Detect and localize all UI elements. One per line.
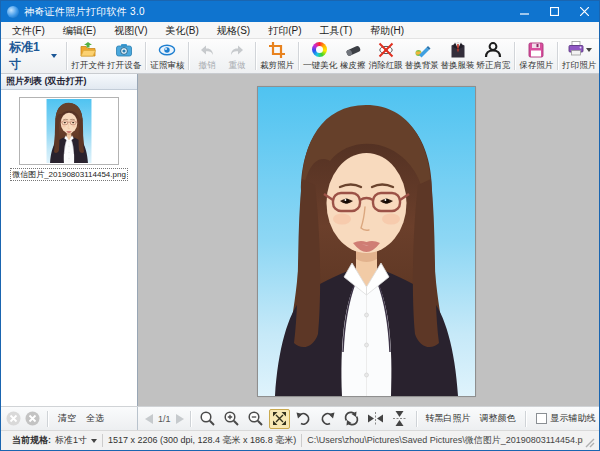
rotate-right-button[interactable] [317, 409, 338, 429]
menu-print[interactable]: 打印(P) [259, 22, 310, 39]
menu-edit[interactable]: 编辑(E) [54, 22, 105, 39]
menu-bar: 文件(F) 编辑(E) 视图(V) 美化(B) 规格(S) 打印(P) 工具(T… [1, 22, 599, 39]
zoom-out-button[interactable] [245, 409, 266, 429]
page-indicator: 1/1 [158, 414, 171, 424]
prev-page-button[interactable] [145, 414, 153, 424]
replace-clothes-button[interactable]: 替换服装 [440, 40, 476, 73]
crop-photo-label: 裁剪照片 [260, 60, 294, 72]
zoom-tool-button[interactable] [197, 409, 218, 429]
eye-icon [158, 41, 176, 59]
replace-clothes-label: 替换服装 [441, 60, 475, 72]
toolbar-separator [255, 42, 256, 70]
remove-photo-icon[interactable] [25, 411, 40, 426]
close-button[interactable] [569, 1, 599, 22]
rotate-left-icon [295, 410, 312, 427]
open-device-label: 打开设备 [107, 60, 141, 72]
menu-tools[interactable]: 工具(T) [311, 22, 362, 39]
next-page-button[interactable] [176, 414, 184, 424]
photo-canvas[interactable] [138, 74, 599, 406]
save-photo-button[interactable]: 保存照片 [518, 40, 554, 73]
rotate-180-button[interactable] [341, 409, 362, 429]
photo-preview[interactable] [258, 87, 475, 396]
floppy-disk-icon [527, 41, 545, 59]
open-file-button[interactable]: 打开文件 [70, 40, 106, 73]
portrait-image [258, 87, 475, 396]
rotate-right-icon [319, 410, 336, 427]
zoom-in-icon [223, 410, 240, 427]
separator [416, 411, 417, 427]
suit-icon [449, 41, 467, 59]
separator [47, 411, 48, 427]
photo-list-header: 照片列表 (双击打开) [1, 74, 137, 90]
viewer-toolbar: 清空 全选 1/1 [1, 406, 599, 430]
crop-icon [268, 41, 286, 59]
app-window: 神奇证件照片打印软件 3.0 文件(F) 编辑(E) 视图(V) 美化(B) 规… [0, 0, 600, 451]
toolbar-separator [188, 42, 189, 70]
remove-red-eye-button[interactable]: 消除红眼 [368, 40, 404, 73]
red-eye-icon [377, 41, 395, 59]
resize-grip[interactable] [583, 436, 595, 450]
rotate-left-button[interactable] [293, 409, 314, 429]
photo-list[interactable]: 微信图片_20190803114454.png [1, 90, 137, 406]
open-device-button[interactable]: 打开设备 [106, 40, 142, 73]
photo-list-panel: 照片列表 (双击打开) 微信图片_20190803114454.png [1, 74, 138, 406]
open-file-label: 打开文件 [71, 60, 105, 72]
delete-photo-icon[interactable] [6, 411, 21, 426]
replace-background-button[interactable]: 替换背景 [404, 40, 440, 73]
redo-label: 重做 [229, 60, 246, 72]
color-wheel-icon [311, 41, 329, 59]
photo-thumbnail[interactable] [19, 97, 119, 165]
flip-horizontal-button[interactable] [365, 409, 386, 429]
flip-horizontal-icon [367, 410, 384, 427]
minimize-button[interactable] [509, 1, 539, 22]
eraser-label: 橡皮擦 [340, 60, 366, 72]
title-bar: 神奇证件照片打印软件 3.0 [1, 1, 599, 22]
zoom-in-button[interactable] [221, 409, 242, 429]
fit-screen-icon [272, 411, 287, 426]
eraser-icon [344, 41, 362, 59]
spec-selector-dropdown[interactable]: 标准1寸 [3, 39, 63, 73]
show-guides-checkbox[interactable] [536, 413, 547, 424]
separator [190, 411, 191, 427]
chevron-down-icon [586, 48, 592, 52]
one-key-beautify-button[interactable]: 一键美化 [302, 40, 338, 73]
menu-help[interactable]: 帮助(H) [361, 22, 413, 39]
menu-file[interactable]: 文件(F) [3, 22, 54, 39]
replace-background-label: 替换背景 [405, 60, 439, 72]
magnifier-icon [199, 410, 216, 427]
maximize-button[interactable] [539, 1, 569, 22]
folder-open-icon [79, 41, 97, 59]
toolbar-separator [514, 42, 515, 70]
menu-view[interactable]: 视图(V) [105, 22, 156, 39]
photo-review-button[interactable]: 证照审核 [149, 40, 185, 73]
undo-icon [198, 41, 216, 59]
correct-shoulders-button[interactable]: 矫正肩宽 [475, 40, 511, 73]
crop-photo-button[interactable]: 裁剪照片 [259, 40, 295, 73]
save-photo-label: 保存照片 [519, 60, 553, 72]
app-logo-icon [7, 6, 19, 18]
photo-filename[interactable]: 微信图片_20190803114454.png [10, 168, 128, 181]
flip-vertical-button[interactable] [389, 409, 410, 429]
flip-vertical-icon [391, 410, 408, 427]
adjust-color-button[interactable]: 调整颜色 [477, 412, 519, 425]
clear-list-button[interactable]: 清空 [55, 412, 79, 425]
file-path: C:\Users\zhou\Pictures\Saved Pictures\微信… [302, 434, 583, 447]
current-spec-value[interactable]: 标准1寸 [55, 434, 87, 447]
redo-button[interactable]: 重做 [222, 40, 252, 73]
eraser-button[interactable]: 橡皮擦 [338, 40, 368, 73]
rotate-180-icon [343, 410, 360, 427]
bw-photo-button[interactable]: 转黑白照片 [423, 412, 474, 425]
undo-button[interactable]: 撤销 [192, 40, 222, 73]
chevron-down-icon[interactable] [91, 439, 97, 443]
one-key-beautify-label: 一键美化 [303, 60, 337, 72]
thumbnail-portrait [46, 99, 92, 163]
menu-spec[interactable]: 规格(S) [208, 22, 259, 39]
zoom-out-icon [247, 410, 264, 427]
select-all-button[interactable]: 全选 [83, 412, 107, 425]
remove-red-eye-label: 消除红眼 [369, 60, 403, 72]
menu-beautify[interactable]: 美化(B) [156, 22, 207, 39]
fit-screen-button[interactable] [269, 409, 290, 429]
head-shoulders-icon [484, 41, 502, 59]
print-photo-button[interactable]: 打印照片 [561, 40, 597, 73]
paint-pencil-icon [413, 41, 431, 59]
